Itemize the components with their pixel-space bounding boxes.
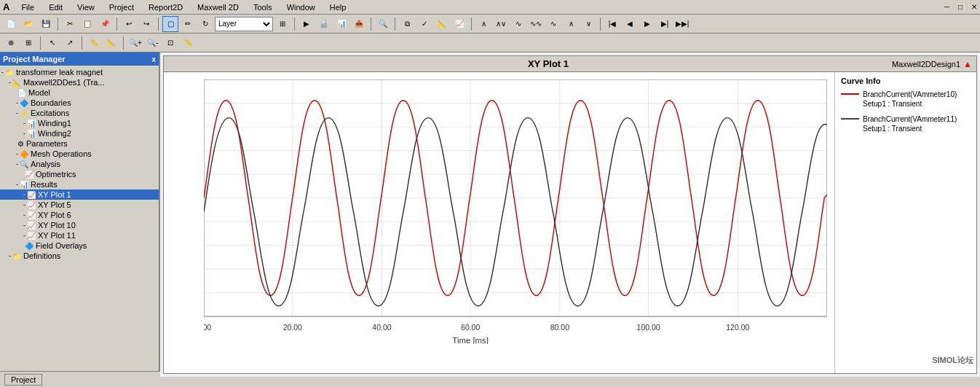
menu-maxwell2d[interactable]: Maxwell 2D	[194, 3, 242, 12]
mesh-btn[interactable]: ⧉	[399, 16, 415, 32]
redo-btn[interactable]: ↪	[138, 16, 154, 32]
draw-btn[interactable]: ✏	[180, 16, 196, 32]
rotate-btn[interactable]: ↻	[197, 16, 213, 32]
tree-expand-14[interactable]: -	[23, 211, 25, 219]
cursor-btn[interactable]: ↖	[44, 35, 60, 51]
snap-grid-btn[interactable]: ⊕	[3, 35, 19, 51]
undo-btn[interactable]: ↩	[121, 16, 137, 32]
cursor2-btn[interactable]: ↗	[62, 35, 78, 51]
tree-item-0[interactable]: - 📁 transformer leak magnet	[0, 67, 159, 77]
cut-btn[interactable]: ✂	[62, 16, 78, 32]
zoom-out-btn[interactable]: 🔍-	[145, 35, 161, 51]
tree-item-9[interactable]: - 🔍 Analysis	[0, 159, 159, 169]
tree-item-6[interactable]: - 📊 Winding2	[0, 128, 159, 138]
tree-expand-16[interactable]: -	[23, 232, 25, 239]
wave-btn7[interactable]: ∨	[580, 16, 596, 32]
menu-help[interactable]: Help	[327, 3, 349, 12]
curve-info-title: Curve Info	[841, 77, 971, 85]
zoom-fit-btn[interactable]: ⊡	[162, 35, 178, 51]
simulate-btn[interactable]: ▶	[299, 16, 315, 32]
svg-text:Time [ms]: Time [ms]	[452, 335, 489, 344]
snap-btn[interactable]: ⊞	[274, 16, 291, 32]
tree-icon-11: 📊	[20, 181, 28, 189]
wave-btn3[interactable]: ∿	[510, 16, 526, 32]
tree-item-10[interactable]: 📈 Optimetrics	[0, 169, 159, 179]
tree-item-4[interactable]: - ⚡ Excitations	[0, 108, 159, 118]
zoom-area-btn[interactable]: 🔍	[375, 16, 391, 32]
copy-btn[interactable]: 📋	[79, 16, 95, 32]
plot-btn[interactable]: 📈	[451, 16, 467, 32]
tree-item-16[interactable]: - 📈 XY Plot 11	[0, 230, 159, 241]
ruler-btn[interactable]: 📏	[180, 35, 196, 51]
menu-tools[interactable]: Tools	[250, 3, 275, 12]
plot-title-right: Maxwell2DDesign1 ▲	[892, 59, 972, 69]
tree-item-17[interactable]: 🔷 Field Overlays	[0, 241, 159, 251]
zoom-in-btn[interactable]: 🔍+	[127, 35, 143, 51]
new-btn[interactable]: 📄	[3, 16, 19, 32]
layer-dropdown[interactable]: Layer	[215, 17, 273, 31]
results-btn[interactable]: 📊	[333, 16, 349, 32]
tree-item-1[interactable]: - 📐 Maxwell2DDes1 (Tra...	[0, 77, 159, 87]
tree-icon-4: ⚡	[20, 109, 28, 117]
wave-btn4[interactable]: ∿∿	[528, 16, 544, 32]
tree-expand-15[interactable]: -	[23, 222, 25, 229]
tree-expand-1[interactable]: -	[9, 79, 11, 86]
menu-file[interactable]: File	[18, 3, 37, 12]
wave-btn5[interactable]: ∿	[545, 16, 561, 32]
menu-view[interactable]: View	[74, 3, 98, 12]
field-btn[interactable]: 📐	[434, 16, 450, 32]
snap2-btn[interactable]: ⊞	[20, 35, 36, 51]
tree-expand-13[interactable]: -	[23, 201, 25, 208]
tree-item-11[interactable]: - 📊 Results	[0, 179, 159, 189]
menu-edit[interactable]: Edit	[46, 3, 66, 12]
tree-item-7[interactable]: ⚙ Parameters	[0, 138, 159, 149]
paste-btn[interactable]: 📌	[97, 16, 113, 32]
tree-expand-4[interactable]: -	[16, 109, 18, 117]
menu-window[interactable]: Window	[284, 3, 318, 12]
tree-expand-8[interactable]: -	[16, 150, 18, 157]
tree-item-15[interactable]: - 📈 XY Plot 10	[0, 220, 159, 230]
first-btn[interactable]: |◀	[604, 16, 620, 32]
wave-btn2[interactable]: ∧∨	[493, 16, 509, 32]
tree-label-12: XY Plot 1	[38, 190, 71, 199]
tree-expand-5[interactable]: -	[23, 120, 25, 127]
tree-item-5[interactable]: - 📊 Winding1	[0, 118, 159, 128]
wave-btn6[interactable]: ∧	[563, 16, 579, 32]
tree-item-8[interactable]: - 🔶 Mesh Operations	[0, 149, 159, 159]
panel-close-btn[interactable]: x	[151, 55, 156, 63]
tree-item-3[interactable]: - 🔷 Boundaries	[0, 98, 159, 108]
open-btn[interactable]: 📂	[20, 16, 36, 32]
window-minimize-btn[interactable]: ─	[944, 3, 949, 11]
tree-expand-11[interactable]: -	[16, 181, 18, 188]
check-btn[interactable]: ✓	[416, 16, 432, 32]
tree-expand-0[interactable]: -	[1, 69, 4, 76]
tree-item-18[interactable]: - 📁 Definitions	[0, 251, 159, 261]
tree-item-2[interactable]: 📄 Model	[0, 87, 159, 98]
window-close-btn[interactable]: ✕	[971, 3, 977, 11]
menu-project[interactable]: Project	[106, 3, 137, 12]
sep4	[294, 17, 295, 31]
prev-btn[interactable]: ◀	[622, 16, 638, 32]
menu-report2d[interactable]: Report2D	[146, 3, 186, 12]
window-restore-btn[interactable]: □	[958, 3, 963, 11]
tree-expand-6[interactable]: -	[23, 130, 25, 137]
export-btn[interactable]: 📤	[351, 16, 367, 32]
tree-expand-9[interactable]: -	[16, 160, 18, 168]
analyze-btn[interactable]: 🔬	[316, 16, 332, 32]
project-tab[interactable]: Project	[4, 374, 42, 386]
tree-expand-18[interactable]: -	[9, 252, 11, 259]
last-btn[interactable]: ▶|	[657, 16, 673, 32]
tree-item-14[interactable]: - 📈 XY Plot 6	[0, 210, 159, 220]
select-btn[interactable]: ▢	[162, 16, 178, 32]
tree-expand-12[interactable]: -	[23, 191, 25, 198]
last2-btn[interactable]: ▶▶|	[674, 16, 690, 32]
save-btn[interactable]: 💾	[38, 16, 54, 32]
measure2-btn[interactable]: 📐	[103, 35, 119, 51]
tree-item-13[interactable]: - 📈 XY Plot 5	[0, 200, 159, 210]
next-btn[interactable]: ▶	[639, 16, 655, 32]
chart-area[interactable]: 1.25 1.00 0.75 0.50 0.25 0.00 -0.25 -0.5…	[164, 72, 834, 373]
tree-expand-3[interactable]: -	[16, 99, 18, 106]
tree-item-12[interactable]: - 📈 XY Plot 1	[0, 189, 159, 200]
measure1-btn[interactable]: 📏	[86, 35, 102, 51]
wave-btn1[interactable]: ∧	[475, 16, 491, 32]
